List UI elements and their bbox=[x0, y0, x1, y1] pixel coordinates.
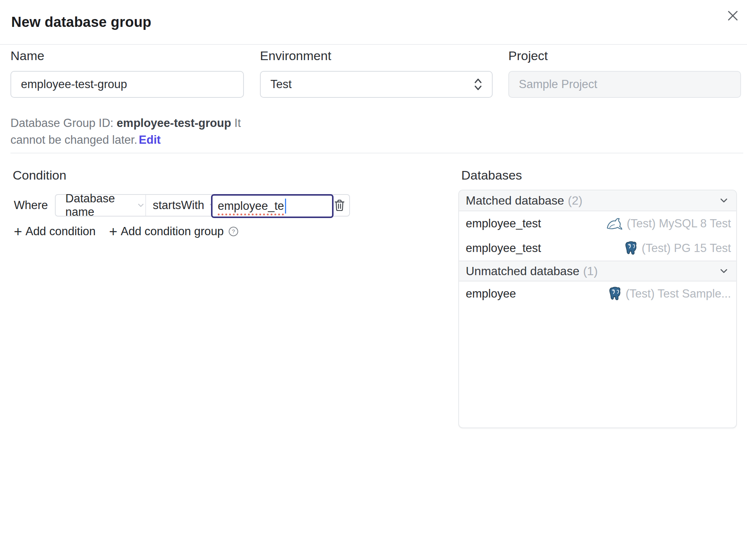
close-icon bbox=[725, 8, 740, 23]
group-id-value: employee-test-group bbox=[117, 116, 231, 130]
database-name: employee bbox=[466, 287, 516, 301]
condition-operator-select[interactable]: startsWith bbox=[146, 195, 212, 216]
chevron-down-icon bbox=[718, 195, 729, 206]
new-database-group-dialog: New database group Name Environment Proj… bbox=[0, 0, 747, 560]
add-condition-group-button[interactable]: + Add condition group ? bbox=[109, 224, 239, 239]
section-divider bbox=[10, 153, 743, 153]
instance-info: (Test) MySQL 8 Test bbox=[606, 217, 731, 230]
delete-condition-button[interactable] bbox=[330, 195, 349, 216]
chevron-down-icon bbox=[718, 265, 729, 277]
svg-text:?: ? bbox=[232, 228, 235, 234]
add-condition-button[interactable]: + Add condition bbox=[14, 224, 96, 239]
project-value: Sample Project bbox=[509, 78, 597, 91]
condition-heading: Condition bbox=[13, 168, 66, 183]
mysql-icon bbox=[606, 217, 623, 230]
where-label: Where bbox=[14, 194, 48, 217]
project-label: Project bbox=[508, 49, 548, 63]
databases-panel: Matched database (2) employee_test (Test… bbox=[458, 190, 737, 428]
close-button[interactable] bbox=[724, 7, 742, 25]
condition-row: Database name startsWith employee_te bbox=[55, 194, 350, 217]
environment-label: Environment bbox=[260, 49, 331, 63]
condition-field-select[interactable]: Database name bbox=[56, 195, 146, 216]
database-name: employee_test bbox=[466, 217, 541, 230]
help-icon[interactable]: ? bbox=[228, 226, 239, 237]
condition-value-input[interactable]: employee_te bbox=[211, 194, 334, 218]
page-title: New database group bbox=[11, 14, 151, 30]
chevron-down-icon bbox=[136, 201, 145, 210]
group-id-helper: Database Group ID: employee-test-group I… bbox=[10, 115, 249, 148]
plus-icon: + bbox=[109, 224, 117, 239]
trash-icon bbox=[333, 199, 346, 212]
unmatched-database-header[interactable]: Unmatched database (1) bbox=[459, 261, 736, 281]
environment-select[interactable]: Test bbox=[260, 71, 493, 98]
dialog-header: New database group bbox=[0, 0, 747, 45]
postgresql-icon bbox=[608, 286, 622, 301]
postgresql-icon bbox=[624, 241, 638, 256]
instance-info: (Test) Test Sample... bbox=[608, 286, 731, 301]
project-select-disabled: Sample Project bbox=[508, 71, 741, 98]
edit-link[interactable]: Edit bbox=[139, 133, 161, 146]
chevron-up-down-icon bbox=[472, 77, 484, 92]
database-row: employee (Test) Test Sample... bbox=[459, 281, 736, 306]
instance-info: (Test) PG 15 Test bbox=[624, 241, 731, 256]
database-row: employee_test (Test) MySQL 8 Test bbox=[459, 211, 736, 236]
name-field bbox=[10, 71, 244, 98]
text-cursor bbox=[285, 199, 286, 214]
name-label: Name bbox=[10, 49, 44, 63]
condition-actions: + Add condition + Add condition group ? bbox=[14, 224, 239, 239]
databases-heading: Databases bbox=[461, 168, 522, 183]
database-name: employee_test bbox=[466, 242, 541, 255]
matched-database-header[interactable]: Matched database (2) bbox=[459, 190, 736, 211]
database-row: employee_test (Test) PG 15 Test bbox=[459, 236, 736, 261]
environment-value: Test bbox=[261, 78, 472, 91]
plus-icon: + bbox=[14, 224, 22, 239]
name-input[interactable] bbox=[11, 78, 243, 91]
